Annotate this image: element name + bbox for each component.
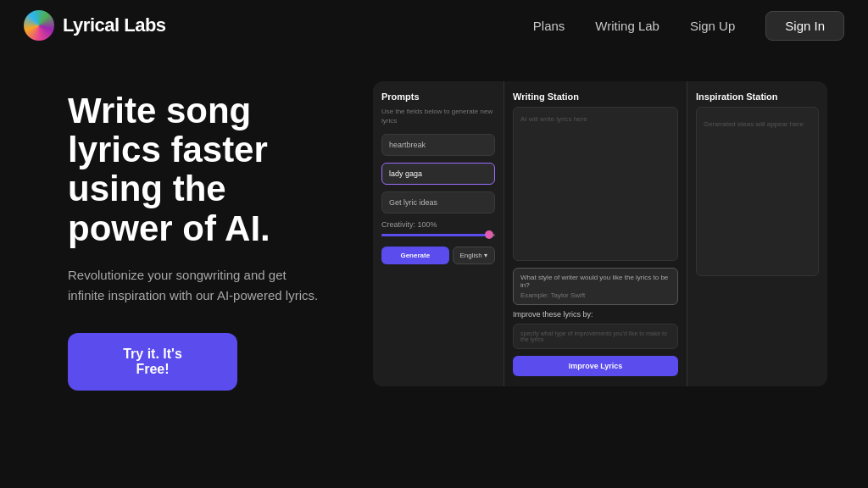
prompts-sublabel: Use the fields below to generate new lyr… (381, 107, 495, 125)
navigation: Lyrical Labs Plans Writing Lab Sign Up S… (0, 0, 868, 51)
action-buttons: Generate English ▾ (381, 247, 495, 264)
nav-links: Plans Writing Lab Sign Up Sign In (533, 11, 844, 41)
hero-title: Write song lyrics faster using the power… (68, 92, 322, 248)
improve-placeholder: specify what type of improvements you'd … (520, 330, 670, 342)
app-mockup: Prompts Use the fields below to generate… (373, 81, 827, 386)
prompts-panel: Prompts Use the fields below to generate… (373, 81, 504, 386)
writing-label: Writing Station (513, 92, 678, 102)
nav-writing-lab[interactable]: Writing Lab (595, 19, 659, 33)
lyrics-placeholder: AI will write lyrics here (520, 115, 587, 123)
topic-input[interactable]: heartbreak (381, 134, 495, 156)
improve-button[interactable]: Improve Lyrics (513, 356, 678, 376)
improve-input[interactable]: specify what type of improvements you'd … (513, 324, 678, 349)
nav-signup[interactable]: Sign Up (690, 19, 735, 33)
style-dropdown[interactable]: What style of writer would you like the … (513, 268, 678, 305)
slider-thumb (485, 230, 493, 239)
creativity-slider[interactable] (381, 234, 495, 236)
style-question: What style of writer would you like the … (520, 274, 670, 289)
topic-input-value: heartbreak (389, 141, 426, 149)
style-example: Example: Taylor Swift (520, 291, 670, 299)
ideas-input[interactable]: Get lyric ideas (381, 191, 495, 214)
generate-button[interactable]: Generate (381, 247, 449, 264)
inspiration-label: Inspiration Station (696, 92, 819, 102)
ideas-placeholder: Get lyric ideas (389, 198, 437, 207)
hero-subtitle: Revolutionize your songwriting and get i… (68, 265, 322, 306)
style-input-value: lady gaga (389, 169, 422, 178)
lyrics-textarea[interactable]: AI will write lyrics here (513, 107, 678, 261)
improve-label: Improve these lyrics by: (513, 310, 678, 319)
mockup-panels: Prompts Use the fields below to generate… (373, 81, 827, 386)
inspiration-panel: Inspiration Station Generated ideas will… (687, 81, 827, 386)
logo-text: Lyrical Labs (63, 14, 166, 36)
slider-fill (381, 234, 489, 236)
inspiration-area: Generated ideas will appear here (696, 107, 819, 276)
hero-section: Write song lyrics faster using the power… (0, 51, 868, 488)
language-button[interactable]: English ▾ (453, 247, 495, 264)
style-input[interactable]: lady gaga (381, 163, 495, 185)
logo-icon (24, 10, 54, 41)
signin-button[interactable]: Sign In (765, 11, 844, 41)
cta-button[interactable]: Try it. It's Free! (68, 333, 237, 391)
writing-panel: Writing Station AI will write lyrics her… (504, 81, 687, 386)
hero-content: Write song lyrics faster using the power… (68, 75, 322, 391)
creativity-label: Creativity: 100% (381, 220, 495, 229)
logo: Lyrical Labs (24, 10, 166, 41)
prompts-label: Prompts (381, 92, 495, 102)
inspiration-placeholder: Generated ideas will appear here (704, 120, 804, 128)
nav-plans[interactable]: Plans (533, 19, 565, 33)
